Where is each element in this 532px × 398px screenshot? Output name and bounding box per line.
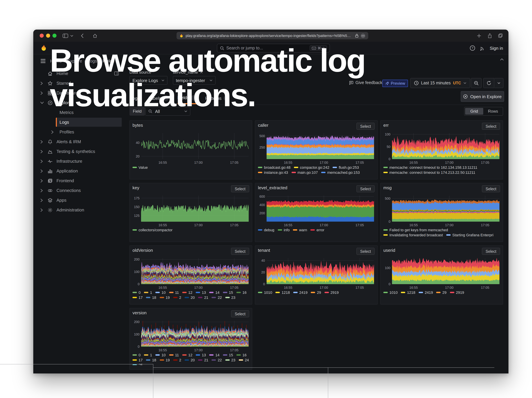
zoom-window-button[interactable] bbox=[52, 34, 57, 38]
grafana-logo[interactable] bbox=[40, 44, 47, 52]
chevron-right-icon[interactable] bbox=[40, 149, 47, 153]
legend-item[interactable]: 2919 bbox=[450, 290, 464, 294]
legend-item[interactable]: 19 bbox=[159, 295, 170, 299]
sidebar-item-infrastructure[interactable]: Infrastructure bbox=[37, 156, 124, 166]
chevron-right-icon[interactable] bbox=[40, 169, 47, 173]
home-icon[interactable] bbox=[91, 31, 99, 40]
legend-item[interactable]: 12 bbox=[182, 290, 192, 294]
chevron-right-icon[interactable] bbox=[40, 81, 47, 85]
legend-item[interactable]: 21 bbox=[198, 358, 208, 362]
sidebar-item-logs[interactable]: Logs bbox=[37, 117, 124, 127]
zoom-out-button[interactable] bbox=[471, 78, 481, 88]
select-button[interactable]: Select bbox=[482, 185, 500, 192]
chevron-right-icon[interactable] bbox=[40, 140, 47, 144]
legend-item[interactable]: 12 bbox=[182, 353, 192, 357]
share-icon[interactable] bbox=[486, 31, 494, 40]
chevron-right-icon[interactable] bbox=[40, 159, 47, 163]
legend-item[interactable]: instance.go:43 bbox=[258, 170, 288, 174]
sidebar-item-frontend[interactable]: Frontend bbox=[37, 176, 124, 186]
legend-item[interactable]: 14 bbox=[209, 290, 220, 294]
news-rss-icon[interactable] bbox=[480, 46, 485, 50]
legend-item[interactable]: 18 bbox=[146, 295, 156, 299]
legend-item[interactable]: 23 bbox=[225, 295, 235, 299]
refresh-button[interactable] bbox=[483, 78, 494, 88]
menu-icon[interactable] bbox=[40, 59, 46, 63]
select-button[interactable]: Select bbox=[231, 248, 249, 255]
legend-item[interactable]: 1010 bbox=[258, 290, 272, 294]
legend-item[interactable]: 19 bbox=[159, 358, 170, 362]
legend-item[interactable]: 16 bbox=[236, 290, 247, 294]
legend-item[interactable]: 17 bbox=[133, 358, 143, 362]
select-button[interactable]: Select bbox=[482, 248, 500, 255]
legend-item[interactable]: 11 bbox=[169, 353, 179, 357]
legend-item[interactable]: 0 bbox=[133, 353, 140, 357]
legend-item[interactable]: warn bbox=[293, 228, 307, 232]
legend-item[interactable]: 20 bbox=[185, 295, 195, 299]
select-button[interactable]: Select bbox=[356, 185, 375, 192]
minimize-window-button[interactable] bbox=[46, 34, 50, 38]
legend-item[interactable]: 2 bbox=[173, 295, 181, 299]
legend-item[interactable]: 1218 bbox=[276, 290, 290, 294]
sidebar-item-connections[interactable]: Connections bbox=[37, 186, 124, 195]
legend-item[interactable]: 17 bbox=[133, 295, 143, 299]
legend-item[interactable]: Invalidating forwarded broadcast bbox=[383, 233, 443, 237]
open-in-explore-button[interactable]: Open in Explore bbox=[461, 91, 504, 102]
select-button[interactable]: Select bbox=[231, 310, 249, 317]
chevron-right-icon[interactable] bbox=[40, 208, 47, 212]
chevron-down-icon[interactable] bbox=[69, 31, 74, 40]
legend-item[interactable]: broadcast.go:48 bbox=[258, 165, 291, 169]
sidebar-item-testing-synthetics[interactable]: Testing & synthetics bbox=[37, 147, 124, 156]
legend-item[interactable]: 1218 bbox=[401, 290, 415, 294]
select-button[interactable]: Select bbox=[356, 248, 375, 255]
time-range-picker[interactable]: Last 15 minutes UTC bbox=[410, 78, 470, 88]
legend-item[interactable]: 1 bbox=[144, 353, 152, 357]
chevron-right-icon[interactable] bbox=[40, 91, 47, 95]
legend-item[interactable]: 16 bbox=[236, 353, 247, 357]
rows-view-button[interactable]: Rows bbox=[484, 108, 502, 115]
refresh-interval-dropdown[interactable] bbox=[495, 78, 503, 88]
legend-item[interactable]: 13 bbox=[196, 290, 206, 294]
legend-item[interactable]: Value bbox=[133, 165, 148, 169]
chevron-right-icon[interactable] bbox=[40, 188, 47, 193]
legend-item[interactable]: 2919 bbox=[324, 290, 339, 294]
legend-item[interactable]: 1010 bbox=[383, 290, 398, 294]
grid-view-button[interactable]: Grid bbox=[465, 108, 483, 115]
legend-item[interactable]: info bbox=[278, 228, 290, 232]
chevron-down-icon[interactable] bbox=[40, 101, 47, 104]
select-button[interactable]: Select bbox=[482, 123, 500, 130]
legend-item[interactable]: Starting Grafana Enterpri bbox=[446, 233, 494, 237]
tab-overview-icon[interactable] bbox=[496, 31, 504, 40]
legend-item[interactable]: 11 bbox=[169, 290, 179, 294]
legend-item[interactable]: 21 bbox=[198, 295, 208, 299]
legend-item[interactable]: 15 bbox=[223, 290, 233, 294]
legend-item[interactable]: 29 bbox=[436, 290, 447, 294]
close-window-button[interactable] bbox=[40, 34, 44, 38]
legend-item[interactable]: main.go:107 bbox=[291, 170, 318, 174]
legend-item[interactable]: 22 bbox=[212, 295, 222, 299]
legend-item[interactable]: 2419 bbox=[293, 290, 308, 294]
legend-item[interactable]: collectors/compactor bbox=[133, 228, 172, 232]
legend-item[interactable]: error bbox=[310, 228, 324, 232]
legend-item[interactable]: memcache: connect timeout to 162.134.158… bbox=[383, 165, 477, 169]
legend-item[interactable]: compactor.go:242 bbox=[294, 165, 329, 169]
legend-item[interactable]: 0 bbox=[133, 290, 140, 294]
chevron-right-icon[interactable] bbox=[40, 179, 47, 183]
sign-in-link[interactable]: Sign in bbox=[490, 46, 503, 50]
chevron-right-icon[interactable] bbox=[51, 130, 59, 134]
back-icon[interactable] bbox=[78, 31, 86, 40]
legend-item[interactable]: 1 bbox=[144, 290, 152, 294]
url-bar[interactable]: play.grafana.org/a/grafana-lokiexplore-a… bbox=[177, 32, 368, 39]
sidebar-item-alerts-irm[interactable]: Alerts & IRM bbox=[37, 137, 124, 147]
legend-item[interactable]: 15 bbox=[223, 353, 233, 357]
legend-item[interactable]: 22 bbox=[212, 358, 222, 362]
collapse-panel-icon[interactable] bbox=[500, 58, 504, 61]
legend-item[interactable]: debug bbox=[258, 228, 274, 232]
sidebar-item-apps[interactable]: Apps bbox=[37, 195, 124, 205]
sidebar-item-profiles[interactable]: Profiles bbox=[37, 127, 124, 137]
legend-item[interactable]: memcache: connect timeout to 174.213.22.… bbox=[383, 170, 475, 174]
select-button[interactable]: Select bbox=[231, 185, 249, 192]
legend-item[interactable]: 29 bbox=[311, 290, 321, 294]
legend-item[interactable]: flush.go:253 bbox=[333, 165, 359, 169]
sidebar-item-application[interactable]: Application bbox=[37, 166, 124, 176]
chevron-right-icon[interactable] bbox=[40, 198, 47, 202]
